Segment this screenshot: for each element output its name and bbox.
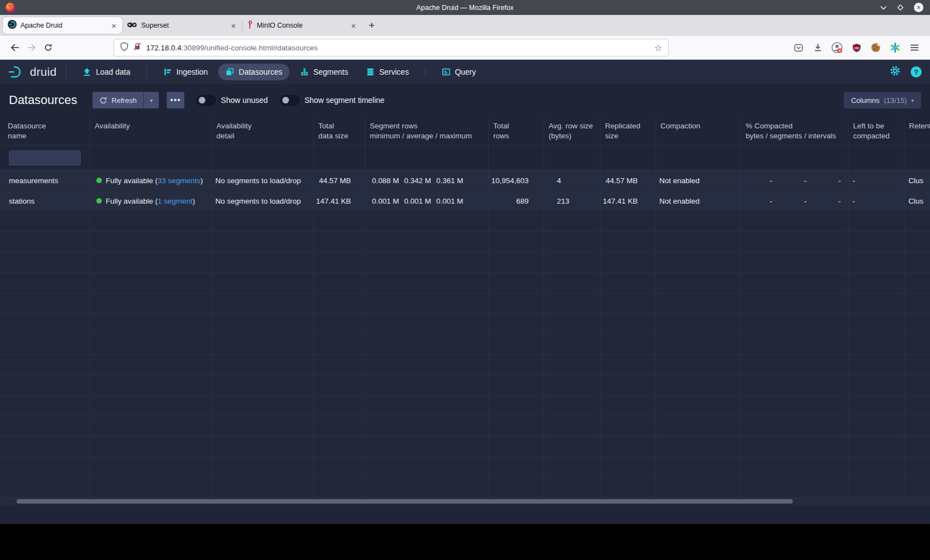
filter-cell-total_rows — [489, 146, 544, 170]
extension-asterisk-icon[interactable] — [890, 42, 901, 53]
empty-cell — [656, 355, 740, 375]
forward-icon[interactable] — [23, 39, 40, 56]
column-header-compaction[interactable]: Compaction — [656, 116, 740, 145]
tab-close-icon[interactable]: × — [230, 22, 237, 30]
ublock-origin-icon[interactable]: UO — [851, 42, 862, 53]
column-header-avg_row_size[interactable]: Avg. row size(bytes) — [544, 116, 601, 145]
empty-cell — [212, 211, 314, 231]
pocket-icon[interactable] — [793, 42, 804, 53]
empty-cell — [212, 375, 314, 395]
back-icon[interactable] — [7, 39, 23, 56]
cell-availability: Fully available (1 segment) — [90, 191, 212, 211]
segment-rows-value: 0.088 M — [372, 177, 404, 185]
empty-cell — [0, 396, 90, 416]
empty-cell — [905, 396, 930, 416]
column-header-pct_compacted[interactable]: % Compactedbytes / segments / intervals — [740, 116, 849, 145]
window-title: Apache Druid — Mozilla Firefox — [0, 4, 930, 12]
nav-item-ingestion[interactable]: Ingestion — [156, 64, 215, 80]
empty-cell — [656, 457, 740, 477]
tab-close-icon[interactable]: × — [350, 22, 357, 30]
tab-apache-druid[interactable]: Apache Druid × — [3, 17, 122, 34]
downloads-icon[interactable] — [812, 42, 823, 53]
column-header-total_data_size[interactable]: Totaldata size — [314, 116, 365, 145]
pct-compacted-value: - — [740, 177, 772, 185]
empty-cell — [905, 273, 930, 293]
maximize-icon[interactable] — [897, 4, 904, 11]
empty-cell — [740, 437, 849, 457]
empty-cell — [656, 375, 740, 395]
scrollbar-thumb[interactable] — [17, 499, 793, 504]
empty-cell — [314, 478, 365, 497]
reload-icon[interactable] — [40, 39, 56, 56]
cookie-icon[interactable] — [870, 42, 881, 53]
close-icon[interactable]: × — [914, 3, 923, 12]
nav-item-datasources[interactable]: Datasources — [218, 64, 290, 80]
column-header-label: Left to be — [853, 121, 884, 131]
account-icon[interactable] — [831, 42, 843, 53]
url-bar[interactable]: 172.18.0.4:30899/unified-console.html#da… — [113, 39, 669, 56]
nav-item-query[interactable]: Query — [435, 64, 483, 80]
empty-cell — [489, 314, 544, 334]
tab-minio-console[interactable]: MinIO Console × — [242, 17, 362, 34]
table-row-measurements[interactable]: measurementsFully available (33 segments… — [0, 170, 930, 191]
column-header-replicated_size[interactable]: Replicatedsize — [601, 116, 656, 145]
empty-row — [0, 396, 930, 416]
tab-superset[interactable]: Superset × — [122, 17, 242, 34]
cell-datasource-name: stations — [0, 191, 90, 211]
services-icon — [366, 68, 375, 76]
empty-cell — [601, 457, 656, 477]
druid-wordmark: druid — [30, 65, 56, 79]
empty-cell — [314, 314, 365, 334]
cell-pct-compacted: --- — [740, 170, 849, 190]
table-row-stations[interactable]: stationsFully available (1 segment)No se… — [0, 191, 930, 211]
column-header-left_to_be_compacted[interactable]: Left to becompacted — [849, 116, 905, 145]
cell-total-rows: 10,954,603 — [489, 170, 544, 190]
segments-link[interactable]: 1 segment — [158, 197, 193, 205]
empty-cell — [740, 293, 849, 313]
menu-icon[interactable] — [909, 42, 920, 53]
tab-close-icon[interactable]: × — [110, 22, 117, 30]
more-button[interactable]: ••• — [167, 92, 184, 108]
horizontal-scrollbar[interactable] — [0, 498, 930, 505]
column-header-retention[interactable]: Retention — [905, 116, 930, 145]
empty-cell — [740, 416, 849, 436]
insecure-lock-icon[interactable] — [133, 42, 142, 53]
url-text[interactable]: 172.18.0.4:30899/unified-console.html#da… — [146, 44, 650, 52]
column-header-availability[interactable]: Availability — [90, 116, 212, 145]
segment-rows-value: 0.001 M — [436, 197, 468, 205]
empty-cell — [314, 334, 365, 354]
cell-total-data-size: 147.41 KB — [314, 191, 365, 211]
datasource-filter-input[interactable] — [9, 151, 81, 165]
svg-text:UO: UO — [854, 46, 859, 49]
tracking-shield-icon[interactable] — [120, 42, 128, 53]
tab-label: Apache Druid — [20, 22, 106, 29]
help-icon[interactable]: ? — [911, 66, 922, 77]
column-header-segment_rows[interactable]: Segment rowsminimum / average / maximum — [365, 116, 489, 145]
new-tab-button[interactable]: + — [362, 19, 381, 32]
gear-icon[interactable] — [889, 65, 901, 79]
refresh-dropdown-button[interactable]: ▾ — [143, 92, 159, 108]
nav-item-load-data[interactable]: Load data — [75, 64, 137, 80]
columns-button[interactable]: Columns (13/15) ▾ — [844, 92, 921, 108]
show-segment-timeline-toggle[interactable] — [280, 95, 299, 106]
druid-logo[interactable]: druid — [8, 65, 56, 79]
empty-cell — [90, 355, 212, 375]
empty-cell — [212, 314, 314, 334]
column-header-total_rows[interactable]: Totalrows — [489, 116, 544, 145]
minimize-icon[interactable] — [880, 6, 887, 10]
column-header-availability_detail[interactable]: Availabilitydetail — [212, 116, 314, 145]
column-header-label: Total — [318, 121, 334, 131]
segments-link[interactable]: 33 segments — [158, 177, 200, 185]
column-header-name[interactable]: Datasourcename — [0, 116, 90, 145]
nav-divider — [425, 66, 426, 77]
bookmark-star-icon[interactable]: ☆ — [654, 43, 662, 53]
empty-cell — [489, 437, 544, 457]
empty-row — [0, 273, 930, 293]
empty-cell — [0, 478, 90, 497]
empty-cell — [489, 396, 544, 416]
nav-item-services[interactable]: Services — [359, 64, 416, 80]
nav-item-segments[interactable]: Segments — [293, 64, 355, 80]
refresh-button[interactable]: Refresh — [92, 92, 144, 108]
empty-cell — [489, 293, 544, 313]
show-unused-toggle[interactable] — [197, 95, 216, 106]
